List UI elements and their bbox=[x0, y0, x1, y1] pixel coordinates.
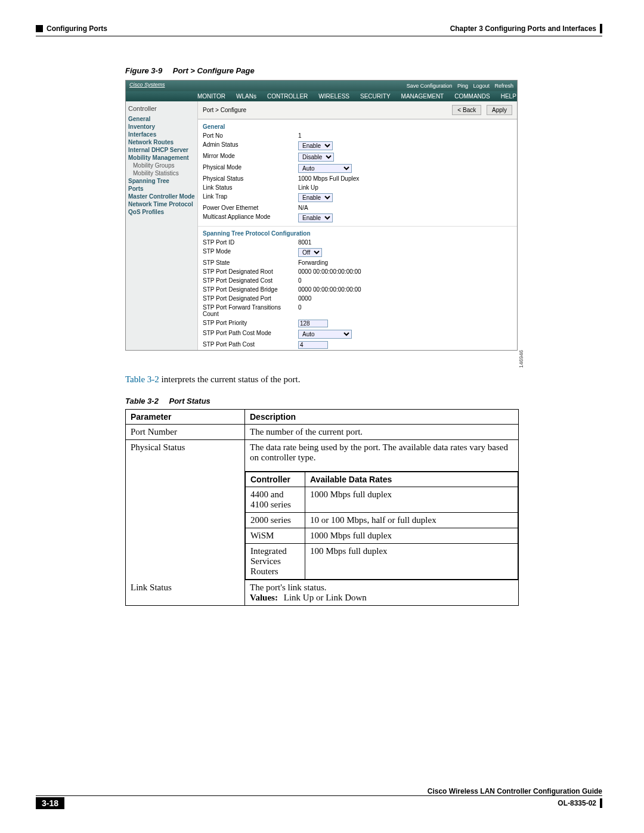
side-network-routes[interactable]: Network Routes bbox=[128, 139, 195, 145]
config-label: STP Port Designated Root bbox=[203, 268, 298, 275]
config-value: Disable bbox=[298, 153, 334, 162]
config-value: 0000 bbox=[298, 295, 311, 302]
config-label: Mirror Mode bbox=[203, 153, 298, 162]
save-config-link[interactable]: Save Configuration bbox=[407, 83, 453, 89]
table-row: Integrated Services Routers100 Mbps full… bbox=[246, 544, 518, 580]
refresh-link[interactable]: Refresh bbox=[494, 83, 513, 89]
config-label: STP Port Path Cost Mode bbox=[203, 330, 298, 339]
config-select[interactable]: Auto bbox=[298, 330, 352, 339]
footer-rule bbox=[36, 795, 602, 796]
menu-wireless[interactable]: WIRELESS bbox=[318, 93, 349, 100]
config-value: Link Up bbox=[298, 184, 318, 191]
footer-doc-id: OL-8335-02 bbox=[558, 799, 596, 807]
config-value: N/A bbox=[298, 205, 308, 211]
config-label: STP Port Path Cost bbox=[203, 341, 298, 349]
config-label: STP Port Designated Bridge bbox=[203, 286, 298, 293]
main-panel: Port > Configure < Back Apply General Po… bbox=[197, 101, 517, 350]
values-label: Values: bbox=[250, 593, 278, 602]
config-label: STP State bbox=[203, 259, 298, 266]
table-row: Physical Status The data rate being used… bbox=[126, 440, 519, 472]
menu-security[interactable]: SECURITY bbox=[360, 93, 391, 100]
side-inventory[interactable]: Inventory bbox=[128, 123, 195, 130]
config-select[interactable]: Off bbox=[298, 248, 322, 257]
main-menu: MONITOR WLANs CONTROLLER WIRELESS SECURI… bbox=[126, 91, 517, 101]
config-row: Physical ModeAuto bbox=[198, 163, 517, 174]
header-rule bbox=[36, 36, 602, 36]
config-label: Multicast Appliance Mode bbox=[203, 213, 298, 222]
config-row: STP Port Designated Cost0 bbox=[198, 276, 517, 285]
config-row: STP ModeOff bbox=[198, 247, 517, 258]
side-general[interactable]: General bbox=[128, 116, 195, 122]
footer-bar-icon bbox=[600, 798, 602, 808]
side-mobility-groups[interactable]: Mobility Groups bbox=[128, 162, 195, 169]
header-bar-icon bbox=[600, 24, 602, 33]
menu-management[interactable]: MANAGEMENT bbox=[401, 93, 444, 100]
side-dhcp[interactable]: Internal DHCP Server bbox=[128, 147, 195, 153]
app-topbar: Save Configuration Ping Logout Refresh bbox=[126, 80, 517, 91]
config-row: STP StateForwarding bbox=[198, 258, 517, 267]
side-spanning-tree[interactable]: Spanning Tree bbox=[128, 178, 195, 184]
config-select[interactable]: Enable bbox=[298, 193, 333, 202]
config-label: Link Status bbox=[203, 184, 298, 191]
table-title: Port Status bbox=[169, 397, 210, 405]
config-input[interactable] bbox=[298, 320, 328, 327]
table-row: 4400 and 4100 series1000 Mbps full duple… bbox=[246, 487, 518, 513]
ping-link[interactable]: Ping bbox=[457, 83, 468, 89]
cell-port-number-desc: The number of the current port. bbox=[245, 425, 519, 440]
side-mobility-stats[interactable]: Mobility Statistics bbox=[128, 170, 195, 176]
menu-commands[interactable]: COMMANDS bbox=[454, 93, 490, 100]
side-ntp[interactable]: Network Time Protocol bbox=[128, 201, 195, 208]
col-parameter: Parameter bbox=[126, 410, 245, 425]
table-row: Port Number The number of the current po… bbox=[126, 425, 519, 440]
config-label: Power Over Ethernet bbox=[203, 205, 298, 211]
config-value: Auto bbox=[298, 330, 352, 339]
config-value: 1 bbox=[298, 132, 302, 139]
cell-link-param: Link Status bbox=[126, 580, 245, 606]
menu-help[interactable]: HELP bbox=[501, 93, 516, 100]
menu-monitor[interactable]: MONITOR bbox=[197, 93, 225, 100]
config-value: Enable bbox=[298, 141, 333, 150]
config-label: STP Port Designated Port bbox=[203, 295, 298, 302]
section-general-title: General bbox=[198, 119, 517, 131]
screenshot-figure: Cisco Systems Save Configuration Ping Lo… bbox=[125, 80, 518, 351]
config-row: STP Port Designated Root0000 00:00:00:00… bbox=[198, 267, 517, 276]
config-label: STP Port Priority bbox=[203, 320, 298, 327]
sidebar-title: Controller bbox=[128, 105, 195, 112]
figure-label: Figure 3-9 bbox=[125, 66, 162, 75]
header-section: Configuring Ports bbox=[47, 24, 107, 33]
header-chapter: Chapter 3 Configuring Ports and Interfac… bbox=[450, 24, 596, 33]
config-row: Port No1 bbox=[198, 131, 517, 140]
config-select[interactable]: Disable bbox=[298, 153, 334, 162]
config-select[interactable]: Auto bbox=[298, 164, 352, 173]
config-select[interactable]: Enable bbox=[298, 213, 333, 222]
config-row: STP Port Forward Transitions Count0 bbox=[198, 303, 517, 318]
header-marker-icon bbox=[36, 25, 43, 32]
side-mobility[interactable]: Mobility Management bbox=[128, 154, 195, 161]
config-row: Multicast Appliance ModeEnable bbox=[198, 212, 517, 224]
config-label: Port No bbox=[203, 132, 298, 139]
menu-controller[interactable]: CONTROLLER bbox=[267, 93, 308, 100]
config-label: Link Trap bbox=[203, 193, 298, 202]
brand-logo: Cisco Systems bbox=[129, 82, 165, 88]
side-ports[interactable]: Ports bbox=[128, 185, 195, 192]
config-label: STP Port ID bbox=[203, 239, 298, 246]
config-input[interactable] bbox=[298, 341, 328, 349]
logout-link[interactable]: Logout bbox=[473, 83, 490, 89]
apply-button[interactable]: Apply bbox=[487, 105, 512, 115]
config-label: STP Mode bbox=[203, 248, 298, 257]
config-label: STP Port Forward Transitions Count bbox=[203, 304, 298, 317]
config-select[interactable]: Enable bbox=[298, 141, 333, 150]
table-label: Table 3-2 bbox=[125, 397, 159, 405]
config-row: Mirror ModeDisable bbox=[198, 151, 517, 163]
cell-link-desc: The port's link status. Values: Link Up … bbox=[245, 580, 519, 606]
menu-wlans[interactable]: WLANs bbox=[236, 93, 256, 100]
config-row: Admin StatusEnable bbox=[198, 140, 517, 151]
table-row: 2000 series10 or 100 Mbps, half or full … bbox=[246, 513, 518, 528]
config-value: Off bbox=[298, 248, 322, 257]
back-button[interactable]: < Back bbox=[452, 105, 481, 115]
side-master-ctrl[interactable]: Master Controller Mode bbox=[128, 193, 195, 200]
side-qos[interactable]: QoS Profiles bbox=[128, 209, 195, 215]
config-value: Forwarding bbox=[298, 259, 328, 266]
table-cross-ref[interactable]: Table 3-2 bbox=[125, 374, 159, 384]
side-interfaces[interactable]: Interfaces bbox=[128, 131, 195, 138]
